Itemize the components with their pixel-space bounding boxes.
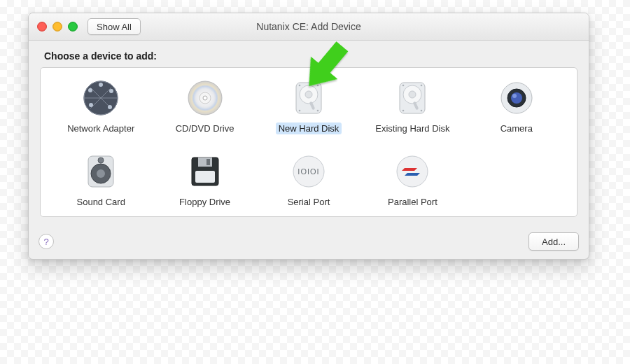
help-button[interactable]: ? — [38, 234, 54, 249]
device-label: New Hard Disk — [276, 122, 342, 134]
titlebar: Show All Nutanix CE: Add Device — [29, 13, 589, 41]
device-parallel-port[interactable]: Parallel Port — [363, 151, 461, 208]
svg-point-17 — [317, 110, 319, 112]
svg-point-24 — [402, 110, 405, 112]
device-label: CD/DVD Drive — [173, 122, 237, 134]
hard-disk-icon — [288, 78, 329, 118]
device-existing-hard-disk[interactable]: Existing Hard Disk — [363, 78, 461, 134]
footer: ? Add... — [29, 225, 589, 259]
svg-point-2 — [99, 83, 103, 87]
device-label: Parallel Port — [385, 196, 440, 208]
svg-point-20 — [409, 91, 416, 98]
device-floppy-drive[interactable]: Floppy Drive — [155, 151, 253, 208]
hard-disk-icon — [392, 78, 433, 118]
dialog-window: Show All Nutanix CE: Add Device Choose a… — [28, 13, 589, 260]
device-new-hard-disk[interactable]: New Hard Disk — [260, 78, 358, 134]
svg-point-32 — [97, 169, 105, 178]
svg-point-33 — [98, 158, 104, 163]
svg-point-9 — [203, 96, 207, 100]
svg-point-16 — [299, 110, 301, 112]
svg-point-3 — [109, 89, 113, 93]
device-camera[interactable]: Camera — [468, 78, 566, 134]
show-all-button[interactable]: Show All — [88, 18, 141, 35]
device-label: Sound Card — [74, 196, 128, 208]
svg-point-22 — [402, 85, 405, 87]
close-icon[interactable] — [37, 22, 47, 31]
serial-port-icon: IOIOI — [288, 151, 329, 192]
svg-point-4 — [108, 105, 112, 109]
device-panel: Network Adapter — [40, 67, 578, 217]
device-label: Existing Hard Disk — [372, 122, 452, 134]
window-controls — [37, 22, 78, 31]
svg-point-28 — [511, 92, 522, 104]
parallel-port-icon — [392, 151, 433, 192]
svg-rect-37 — [195, 171, 215, 183]
svg-point-23 — [421, 85, 423, 87]
device-label: Serial Port — [285, 196, 333, 208]
svg-rect-36 — [206, 159, 210, 165]
svg-point-6 — [88, 88, 92, 92]
svg-point-25 — [421, 110, 423, 112]
svg-point-40 — [397, 156, 428, 187]
cd-dvd-icon — [185, 78, 225, 118]
svg-text:IOIOI: IOIOI — [298, 167, 319, 176]
svg-point-29 — [512, 94, 517, 98]
minimize-icon[interactable] — [52, 22, 62, 31]
content-area: Choose a device to add: — [29, 41, 589, 225]
floppy-icon — [185, 151, 225, 192]
zoom-icon[interactable] — [68, 22, 78, 31]
device-cd-dvd-drive[interactable]: CD/DVD Drive — [155, 78, 253, 134]
device-label: Camera — [498, 122, 536, 134]
device-serial-port[interactable]: IOIOI Serial Port — [260, 151, 358, 208]
speaker-icon — [80, 151, 121, 192]
device-label: Network Adapter — [64, 122, 137, 134]
svg-point-12 — [305, 91, 312, 98]
camera-icon — [496, 78, 537, 118]
svg-point-15 — [317, 85, 319, 87]
device-network-adapter[interactable]: Network Adapter — [52, 78, 150, 134]
svg-point-5 — [89, 103, 93, 107]
device-sound-card[interactable]: Sound Card — [52, 151, 150, 208]
add-button[interactable]: Add... — [528, 232, 579, 251]
section-heading: Choose a device to add: — [44, 50, 578, 62]
device-grid: Network Adapter — [52, 78, 566, 208]
svg-point-14 — [299, 85, 301, 87]
device-label: Floppy Drive — [176, 196, 233, 208]
network-adapter-icon — [80, 78, 121, 118]
